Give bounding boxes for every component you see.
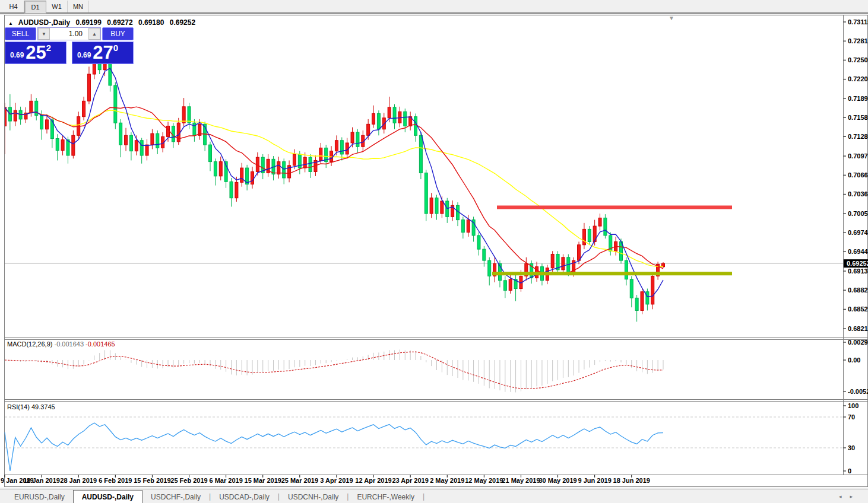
candle-body (430, 198, 433, 214)
rsi-pane[interactable]: 10070300RSI(14) 49.3745 (5, 402, 859, 475)
macd-axis-label: 0.002984 (848, 339, 868, 346)
candle-body (646, 292, 649, 304)
candle-body (151, 133, 154, 145)
chart-tab-usdcad[interactable]: USDCAD-,Daily (211, 491, 278, 503)
sell-price-box[interactable]: 0.69 25 2 (5, 42, 66, 64)
price-axis-label: 0.68210 (848, 325, 868, 332)
macd-axis-label: -0.005256 (848, 388, 868, 395)
chart-tab-bar: EURUSD-,DailyAUDUSD-,DailyUSDCHF-,Daily|… (0, 489, 868, 503)
ohlc-close: 0.69252 (170, 18, 195, 27)
tab-scroll-arrows[interactable]: ◂▸ (839, 494, 861, 499)
price-axis-label: 0.69440 (848, 248, 868, 255)
date-axis-label: 6 Feb 2019 (99, 477, 132, 484)
candle-body (309, 157, 312, 171)
price-axis-label: 0.71280 (848, 133, 868, 140)
candle-body (425, 173, 427, 214)
candle-body (578, 245, 581, 260)
date-axis[interactable]: 9 Jan 201918 Jan 201928 Jan 20196 Feb 20… (1, 475, 650, 485)
chart-title: ▲ AUDUSD-,Daily 0.69199 0.69272 0.69180 … (8, 18, 199, 27)
price-axis-label: 0.71585 (848, 114, 868, 121)
tab-scroll-left-icon[interactable]: ◂ (839, 494, 850, 499)
timeframe-button-d1[interactable]: D1 (24, 1, 46, 14)
price-axis-label: 0.72200 (848, 75, 868, 82)
macd-pane[interactable]: 0.0029840.00-0.005256MACD(12,26,9) -0.00… (5, 339, 868, 395)
candle-body (441, 201, 443, 214)
date-axis-label: 6 Mar 2019 (209, 477, 242, 484)
buy-button[interactable]: BUY (102, 27, 134, 40)
sell-price-sup: 2 (46, 43, 51, 53)
chart-tab-usdcnh[interactable]: USDCNH-,Daily (280, 491, 347, 503)
volume-down-icon[interactable]: ▼ (38, 28, 50, 40)
date-axis-label: 25 Feb 2019 (170, 477, 207, 484)
chart-tab-eurusd[interactable]: EURUSD-,Daily (6, 491, 73, 503)
candle-body (625, 260, 628, 279)
candle-body (188, 107, 191, 123)
chart-canvas[interactable]: 0.731150.728100.725050.722000.718900.715… (0, 15, 868, 488)
timeframe-button-w1[interactable]: W1 (46, 1, 68, 12)
candle-body (14, 110, 17, 121)
pane-borders (5, 15, 868, 487)
sell-button[interactable]: SELL (5, 27, 36, 40)
candle-body (156, 133, 159, 148)
candle-body (461, 220, 464, 233)
chart-symbol-label: AUDUSD-,Daily (18, 18, 70, 27)
date-axis-label: 15 Mar 2019 (245, 477, 281, 484)
chart-tab-audusd[interactable]: AUDUSD-,Daily (73, 490, 142, 503)
price-axis-label: 0.73115 (848, 18, 868, 26)
candle-body (167, 126, 170, 136)
price-axis-label: 0.69745 (848, 229, 868, 236)
buy-price-small: 0.69 (77, 51, 91, 59)
date-axis-label: 25 Mar 2019 (281, 477, 318, 484)
volume-stepper: ▼ ▲ (37, 27, 101, 40)
candle-body (467, 220, 470, 233)
date-axis-label: 3 Apr 2019 (320, 477, 353, 484)
candle-body (119, 123, 122, 145)
buy-price-box[interactable]: 0.69 27 0 (72, 42, 134, 64)
candle-body (135, 141, 138, 151)
chart-tab-usdchf[interactable]: USDCHF-,Daily (142, 491, 209, 503)
price-axis-label: 0.71890 (848, 95, 868, 102)
candle-body (435, 198, 438, 214)
date-axis-label: 18 Jun 2019 (613, 477, 650, 484)
candle-body (335, 141, 338, 151)
symbol-marker-icon: ▲ (8, 21, 13, 26)
candle-body (145, 145, 148, 155)
current-price-label: 0.69252 (847, 260, 868, 267)
macd-indicator-label: MACD(12,26,9) -0.001643 -0.001465 (7, 340, 115, 348)
timeframe-button-h4[interactable]: H4 (3, 1, 24, 12)
price-axis[interactable]: 0.731150.728100.725050.722000.718900.715… (844, 18, 868, 332)
rsi-axis-label: 0 (848, 467, 851, 475)
chart-window[interactable]: 0.731150.728100.725050.722000.718900.715… (0, 15, 868, 488)
candle-body (251, 171, 254, 184)
price-axis-label: 0.70360 (848, 190, 868, 198)
macd-signal-line (5, 352, 663, 389)
timeframe-button-mn[interactable]: MN (68, 1, 89, 12)
candle-body (582, 229, 585, 244)
chart-tab-eurchf[interactable]: EURCHF-,Weekly (349, 491, 422, 503)
candle-body (319, 148, 322, 160)
candle-body (87, 74, 90, 101)
candle-body (293, 154, 296, 165)
candle-body (277, 162, 280, 174)
rsi-axis-label: 70 (848, 413, 855, 421)
price-axis-label: 0.70665 (848, 171, 868, 179)
candle-body (172, 126, 175, 141)
chart-shift-icon[interactable]: ▼ (669, 15, 674, 21)
candle-body (114, 85, 117, 123)
volume-up-icon[interactable]: ▲ (88, 28, 100, 40)
candle-body (388, 107, 391, 118)
candle-body (503, 281, 506, 291)
candle-body (209, 145, 212, 161)
tab-scroll-right-icon[interactable]: ▸ (850, 494, 861, 499)
candle-body (404, 112, 407, 126)
buy-price-big: 27 (93, 44, 113, 62)
mt4-terminal: H4D1W1MN 0.731150.728100.725050.722000.7… (0, 0, 868, 503)
candle-body (40, 116, 43, 129)
rsi-indicator-label: RSI(14) 49.3745 (7, 403, 55, 410)
volume-input[interactable] (50, 28, 88, 40)
candle-body (488, 260, 491, 276)
candle-body (61, 140, 64, 151)
rsi-axis-label: 100 (848, 402, 859, 409)
candle-body (303, 157, 306, 168)
candle-body (4, 107, 7, 126)
